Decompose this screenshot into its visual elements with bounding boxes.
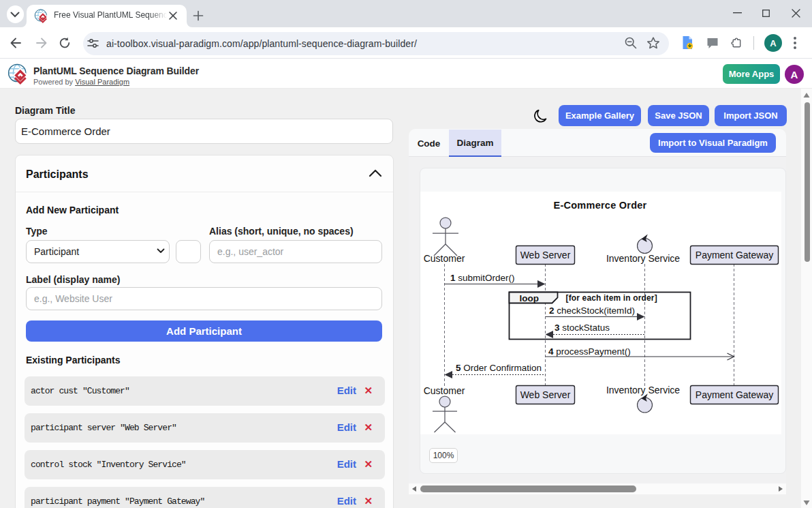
svg-text:Payment Gateway: Payment Gateway	[696, 250, 773, 260]
svg-text:4 processPayment(): 4 processPayment()	[548, 346, 631, 357]
svg-text:1 submitOrder(): 1 submitOrder()	[450, 273, 515, 283]
svg-text:loop: loop	[520, 293, 540, 303]
svg-text:Payment Gateway: Payment Gateway	[696, 389, 773, 400]
svg-text:Web Server: Web Server	[520, 250, 571, 260]
svg-text:E-Commerce Order: E-Commerce Order	[554, 200, 647, 211]
svg-text:Customer: Customer	[424, 385, 465, 396]
svg-text:2 checkStock(itemId): 2 checkStock(itemId)	[549, 305, 635, 316]
svg-text:Customer: Customer	[424, 253, 465, 264]
svg-text:5 Order Confirmation: 5 Order Confirmation	[456, 363, 542, 373]
svg-text:3 stockStatus: 3 stockStatus	[555, 323, 610, 333]
svg-text:Inventory Service: Inventory Service	[606, 385, 680, 395]
svg-text:[for each item in order]: [for each item in order]	[566, 293, 657, 303]
svg-text:Inventory Service: Inventory Service	[606, 253, 680, 264]
svg-text:Web Server: Web Server	[520, 389, 571, 400]
